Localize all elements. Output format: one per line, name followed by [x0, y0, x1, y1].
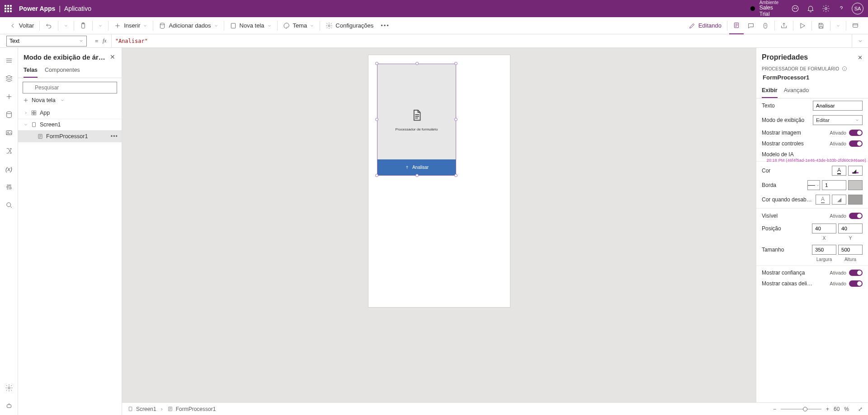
add-data-button[interactable]: Adicionar dados: [155, 17, 222, 34]
close-tree-panel-button[interactable]: ✕: [108, 52, 117, 61]
paste-button[interactable]: [76, 17, 90, 34]
close-properties-button[interactable]: ✕: [858, 54, 863, 61]
undo-button[interactable]: [42, 17, 56, 34]
tab-screens[interactable]: Telas: [24, 64, 38, 78]
variables-rail-icon[interactable]: (x): [0, 160, 18, 178]
border-color-button[interactable]: [848, 180, 863, 190]
disabled-bordercolor-button[interactable]: [848, 195, 863, 205]
toggle-boxes[interactable]: [849, 280, 863, 287]
zoom-out-button[interactable]: −: [773, 406, 776, 412]
info-icon[interactable]: [842, 66, 847, 71]
breadcrumb-control[interactable]: FormProcessor1: [167, 406, 216, 412]
resize-handle[interactable]: [375, 62, 378, 65]
app-launcher-icon[interactable]: [5, 5, 12, 12]
prop-boxes-label: Mostrar caixas deli…: [762, 280, 826, 287]
overflow-button[interactable]: •••: [377, 17, 393, 34]
zoom-slider[interactable]: [781, 409, 821, 410]
resize-handle[interactable]: [375, 118, 378, 121]
toggle-visible[interactable]: [849, 213, 863, 219]
svg-point-16: [8, 185, 9, 187]
new-screen-tree-label: Nova tela: [32, 97, 56, 103]
media-rail-icon[interactable]: [0, 124, 18, 142]
tree-search-input[interactable]: [23, 82, 117, 93]
theme-label: Tema: [293, 22, 307, 29]
disabled-fontcolor-button[interactable]: A: [816, 195, 830, 205]
back-button[interactable]: Voltar: [5, 17, 38, 34]
expand-formula-bar-button[interactable]: [852, 34, 868, 48]
insert-button[interactable]: Inserir: [110, 17, 151, 34]
editing-mode-button[interactable]: Editando: [685, 17, 725, 34]
toggle-showimage[interactable]: [849, 130, 863, 136]
advanced-tools-rail-icon[interactable]: [0, 178, 18, 196]
size-height-input[interactable]: [838, 245, 863, 255]
settings-icon[interactable]: [818, 0, 834, 17]
axis-y-label: Y: [838, 236, 863, 241]
main-area: (x) Modo de exibição de ár… ✕ Telas Comp…: [0, 48, 868, 415]
comments-button[interactable]: [744, 17, 758, 34]
tab-display[interactable]: Exibir: [762, 85, 778, 98]
prop-text-input[interactable]: [813, 101, 863, 111]
tree-node-control[interactable]: FormProcessor1 •••: [18, 131, 122, 142]
position-y-input[interactable]: [838, 224, 863, 233]
prop-displaymode-select[interactable]: Editar: [813, 115, 863, 125]
breadcrumb-screen[interactable]: Screen1: [127, 406, 156, 412]
resize-handle[interactable]: [415, 174, 419, 177]
tab-components[interactable]: Componentes: [45, 64, 80, 78]
fillcolor-button[interactable]: ◢: [848, 166, 863, 176]
disabled-fillcolor-button[interactable]: ◢: [832, 195, 846, 205]
toggle-confidence[interactable]: [849, 270, 863, 276]
tree-panel-title: Modo de exibição de ár…: [24, 53, 105, 61]
zoom-in-button[interactable]: +: [826, 406, 829, 412]
save-button[interactable]: [814, 17, 828, 34]
size-width-input[interactable]: [812, 245, 836, 255]
preview-button[interactable]: [795, 17, 810, 34]
virtual-agent-rail-icon[interactable]: [0, 397, 18, 415]
resize-handle[interactable]: [375, 174, 378, 177]
settings-button[interactable]: Configurações: [322, 17, 377, 34]
position-x-input[interactable]: [812, 224, 836, 233]
axis-w-label: Largura: [812, 257, 836, 262]
resize-handle[interactable]: [454, 62, 458, 65]
section-title: Aplicativo: [64, 5, 91, 12]
tree-node-more-button[interactable]: •••: [111, 133, 118, 140]
fontcolor-button[interactable]: A: [832, 166, 846, 176]
paste-split-chevron[interactable]: [94, 17, 106, 34]
settings-rail-icon[interactable]: [0, 379, 18, 397]
virtual-agent-icon[interactable]: [788, 0, 803, 17]
prop-showcontrols-label: Mostrar controles: [762, 140, 826, 147]
flows-rail-icon[interactable]: [0, 142, 18, 160]
user-avatar[interactable]: SA: [852, 3, 863, 14]
tree-node-screen[interactable]: Screen1: [18, 119, 122, 131]
new-screen-tree-button[interactable]: Nova tela: [18, 95, 122, 107]
notifications-icon[interactable]: [803, 0, 818, 17]
resize-handle[interactable]: [454, 118, 458, 121]
undo-split-chevron[interactable]: [60, 17, 72, 34]
border-style-select[interactable]: —: [807, 180, 820, 190]
formula-value[interactable]: "Analisar": [115, 38, 852, 44]
tab-advanced[interactable]: Avançado: [784, 85, 809, 98]
publish-button[interactable]: [848, 17, 863, 34]
new-screen-button[interactable]: Nova tela: [226, 17, 275, 34]
fit-to-window-button[interactable]: ⤢: [858, 406, 863, 412]
hamburger-icon[interactable]: [0, 51, 18, 70]
help-icon[interactable]: [834, 0, 849, 17]
toggle-state-label: Ativado: [830, 213, 846, 219]
border-width-input[interactable]: [822, 180, 846, 190]
property-selector[interactable]: Text: [6, 36, 87, 47]
insert-rail-icon[interactable]: [0, 88, 18, 106]
save-split-chevron[interactable]: [832, 17, 844, 34]
tree-node-app[interactable]: App: [18, 107, 122, 119]
toggle-showcontrols[interactable]: [849, 140, 863, 147]
share-button[interactable]: [777, 17, 791, 34]
tree-view-icon[interactable]: [0, 70, 18, 88]
canvas[interactable]: Processador de formulário Analisar: [122, 48, 756, 415]
resize-handle[interactable]: [454, 174, 458, 177]
search-rail-icon[interactable]: [0, 196, 18, 214]
status-bar: Screen1 › FormProcessor1 − + 60 % ⤢: [122, 402, 868, 415]
checker-button[interactable]: [758, 17, 773, 34]
environment-picker[interactable]: Ambiente Sales Trial: [750, 0, 778, 17]
theme-button[interactable]: Tema: [279, 17, 318, 34]
properties-toggle-button[interactable]: [729, 17, 744, 34]
resize-handle[interactable]: [415, 62, 419, 65]
data-rail-icon[interactable]: [0, 106, 18, 124]
